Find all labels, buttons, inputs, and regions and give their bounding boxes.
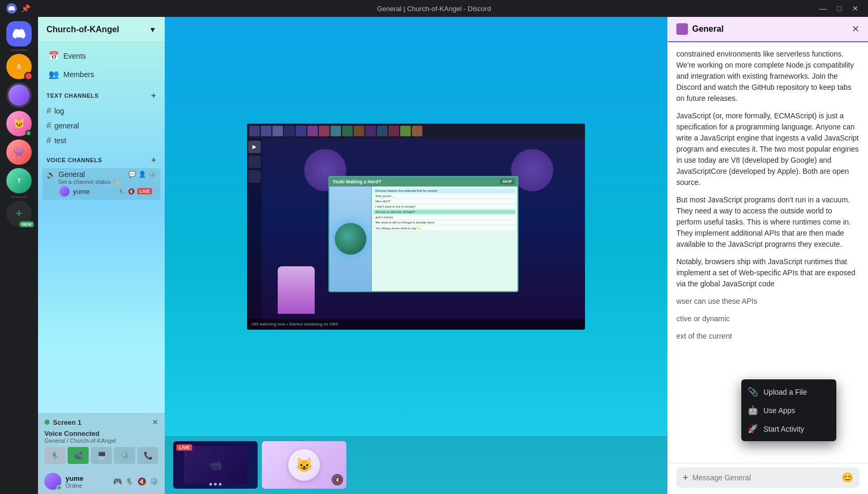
sidebar-header[interactable]: Church-of-KAngel ▼ [38, 17, 165, 42]
voice-channel-status[interactable]: Set a channel status ✏️ [46, 179, 156, 185]
content-p3: But most JavaScript programs don't run i… [676, 194, 860, 250]
titlebar: 📌 General | Church-of-KAngel - Discord —… [0, 0, 868, 17]
content-p1: constrained environments like serverless… [676, 49, 860, 104]
content-p6: ctive or dynamic [676, 313, 860, 324]
voice-user-info: yume [59, 186, 90, 197]
video-area: ▶ Tsuki Mak [165, 17, 667, 494]
new-badge: NEW [20, 221, 34, 227]
chat-msg-2: Why prove!... [374, 194, 515, 198]
sidebar: Church-of-KAngel ▼ 📅 Events 👥 Members TE… [38, 17, 165, 494]
server-name: Church-of-KAngel [46, 25, 119, 34]
edit-status-icon[interactable]: ✏️ [113, 179, 119, 185]
server-icon-1[interactable]: S [6, 54, 32, 79]
voice-settings-button[interactable]: ⚙️ [114, 447, 135, 464]
sidebar-item-events[interactable]: 📅 Events [42, 46, 161, 65]
add-text-channel-button[interactable]: + [151, 91, 156, 100]
user-info: yume Online [44, 473, 83, 490]
voice-channel-general[interactable]: 🔊 General 💬 👤 ⚙️ Set a channel status ✏️ [42, 168, 161, 200]
stream-info: 285 watching now • Started streaming on … [251, 322, 338, 327]
deafen-icon: 🔇 [128, 188, 135, 195]
attach-button[interactable]: + [683, 472, 688, 483]
content-p2: JavaScript (or, more formally, ECMAScrip… [676, 110, 860, 188]
server-4-avatar: 👾 [6, 139, 32, 165]
user-deafen-icon[interactable]: 🔇 [137, 477, 146, 486]
ctx-upload-label: Upload a File [763, 388, 807, 396]
server-icon-4[interactable]: 👾 [6, 139, 32, 165]
taskbar-icon-3 [272, 126, 283, 136]
voice-channel-label: General [59, 170, 85, 179]
voice-add-user-icon[interactable]: 👤 [138, 171, 146, 178]
hash-icon: # [46, 106, 51, 116]
upload-icon: 📎 [748, 387, 758, 397]
taskbar-icon-9 [342, 126, 353, 136]
game-left [329, 187, 372, 291]
add-voice-channel-button[interactable]: + [151, 155, 156, 165]
user-settings-icon[interactable]: ⚙️ [149, 477, 158, 486]
voice-channels-header[interactable]: VOICE CHANNELS + [42, 152, 161, 168]
taskbar-icon-2 [261, 126, 271, 136]
voice-bar-controls: 🎙️ 📹 🖥️ ⚙️ 📞 [44, 447, 158, 464]
apps-icon: 🤖 [748, 405, 758, 415]
message-input[interactable] [693, 473, 837, 482]
server-menu-chevron[interactable]: ▼ [149, 25, 156, 34]
chat-msg-6: quit it (nooo) [374, 215, 515, 219]
thumbnail-screen[interactable]: 📹 LIVE [173, 441, 258, 489]
chat-msg-5: Are you a nerd too, KAngel? [374, 210, 515, 214]
close-button[interactable]: ✕ [849, 3, 862, 14]
server-icon-5[interactable]: T [6, 168, 32, 193]
add-server-button[interactable]: + NEW [6, 201, 32, 226]
channel-general[interactable]: # general [42, 118, 161, 133]
thumbnail-user[interactable]: 😺 🔇 [262, 441, 346, 489]
channel-log[interactable]: # log [42, 104, 161, 118]
user-game-icon[interactable]: 🎮 [113, 477, 122, 486]
chat-msg-7: We need to tell ou KAngel is already the… [374, 220, 515, 225]
maximize-button[interactable]: □ [834, 3, 845, 14]
option-dot-2 [214, 483, 217, 486]
text-channels-label: TEXT CHANNELS [46, 92, 99, 99]
chat-msg-3: Mrm did?? [374, 199, 515, 203]
server-5-avatar: T [6, 168, 32, 193]
message-input-area: + 😊 [668, 463, 868, 494]
share-screen-button[interactable]: 🖥️ [91, 447, 112, 464]
user-status-dot [56, 485, 62, 490]
text-channels-header[interactable]: TEXT CHANNELS + [42, 88, 161, 104]
server-icon-3[interactable]: 🐱 [6, 111, 32, 136]
pin-icon[interactable]: 📌 [21, 4, 30, 13]
channel-log-label: log [54, 107, 64, 115]
close-panel-button[interactable]: ✕ [852, 23, 860, 35]
voice-user-avatar [59, 186, 70, 197]
voice-connected-status: Voice Connected [44, 430, 158, 437]
screen-body: ▶ Tsuki Mak [247, 138, 585, 330]
close-screen-button[interactable]: ✕ [152, 418, 158, 426]
server-1-badge [24, 72, 33, 80]
main-content: ▶ Tsuki Mak [165, 17, 667, 494]
discord-home-button[interactable] [6, 21, 32, 46]
user-text: yume Online [65, 474, 83, 489]
taskbar-icon-15 [412, 126, 422, 136]
taskbar-icon-14 [400, 126, 411, 136]
left-rail: S 🐱 👾 T + NEW [0, 17, 38, 494]
disconnect-button[interactable]: 📞 [137, 447, 158, 464]
channel-test[interactable]: # test [42, 133, 161, 148]
mute-button[interactable]: 🎙️ [44, 447, 65, 464]
voice-channel-actions: 💬 👤 ⚙️ [128, 171, 156, 178]
taskbar-icon-4 [284, 126, 295, 136]
thumb-options [210, 483, 222, 486]
user-mute-icon[interactable]: 🎙️ [125, 477, 134, 486]
sidebar-item-members[interactable]: 👥 Members [42, 65, 161, 83]
voice-channel-row: 🔊 General 💬 👤 ⚙️ [46, 170, 156, 179]
side-icon-3 [248, 170, 261, 183]
ctx-start-activity[interactable]: 🚀 Start Activity [741, 420, 836, 438]
side-icon-1: ▶ [248, 141, 261, 153]
emoji-button[interactable]: 😊 [842, 472, 853, 483]
video-screen: ▶ Tsuki Mak [247, 124, 585, 330]
ctx-use-apps[interactable]: 🤖 Use Apps [741, 401, 836, 420]
main-video: ▶ Tsuki Mak [165, 17, 667, 436]
ctx-upload-file[interactable]: 📎 Upload a File [741, 383, 836, 401]
minimize-button[interactable]: — [816, 3, 830, 14]
voice-chat-icon[interactable]: 💬 [128, 171, 136, 178]
channel-test-label: test [54, 136, 67, 145]
camera-button[interactable]: 📹 [68, 447, 89, 464]
voice-settings-icon[interactable]: ⚙️ [148, 171, 156, 178]
server-icon-2[interactable] [6, 82, 32, 108]
